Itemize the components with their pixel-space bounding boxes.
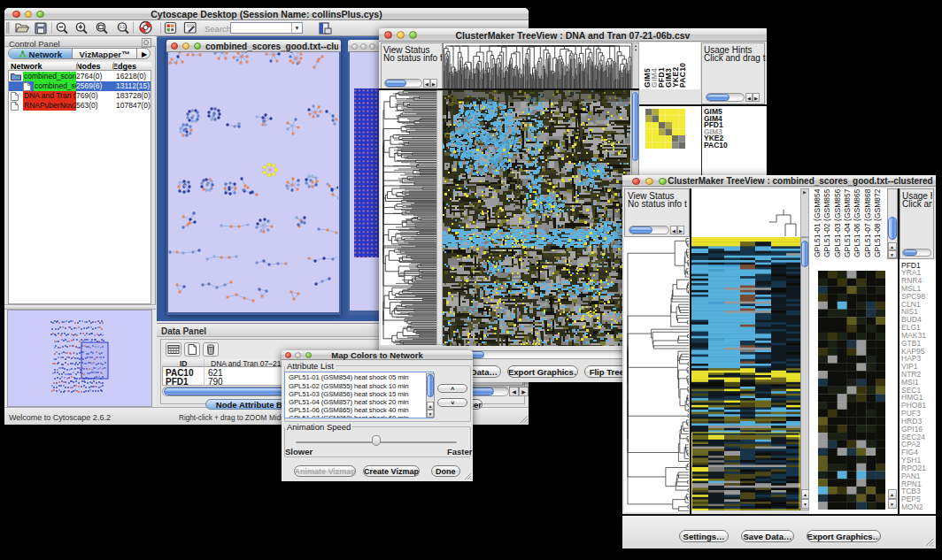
svg-text:1:1: 1:1 [120,25,126,29]
